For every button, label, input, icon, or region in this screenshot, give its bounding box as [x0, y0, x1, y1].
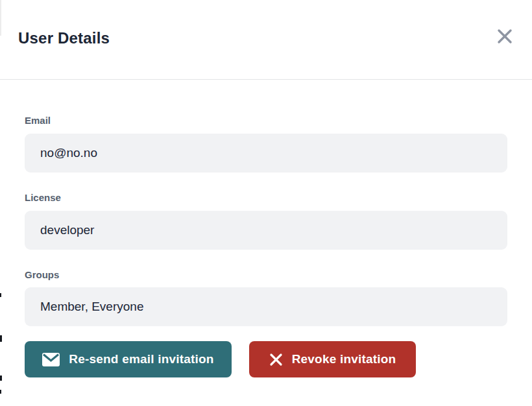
license-label: License [25, 192, 61, 203]
email-label: Email [25, 115, 51, 126]
license-field[interactable]: developer [25, 211, 507, 250]
resend-email-invitation-button[interactable]: Re-send email invitation [25, 341, 232, 377]
left-edge-shade [0, 0, 1, 36]
close-icon [497, 29, 513, 46]
groups-label: Groups [25, 269, 59, 280]
groups-value: Member, Everyone [40, 300, 143, 314]
user-details-modal: User Details Email no@no.no License deve… [0, 0, 532, 406]
header-divider [0, 79, 532, 80]
x-icon [269, 353, 283, 366]
left-edge-artifact [0, 335, 2, 342]
email-field[interactable]: no@no.no [25, 134, 507, 173]
left-edge-artifact [0, 376, 2, 381]
email-value: no@no.no [40, 146, 97, 160]
groups-field[interactable]: Member, Everyone [25, 287, 507, 326]
modal-title: User Details [18, 29, 110, 47]
revoke-invitation-button[interactable]: Revoke invitation [249, 341, 416, 377]
close-button[interactable] [494, 27, 515, 47]
license-value: developer [40, 223, 94, 237]
left-edge-artifact [0, 293, 1, 297]
left-edge-artifact [0, 390, 1, 394]
revoke-button-label: Revoke invitation [292, 352, 396, 366]
envelope-icon [42, 353, 60, 366]
resend-button-label: Re-send email invitation [69, 352, 213, 366]
